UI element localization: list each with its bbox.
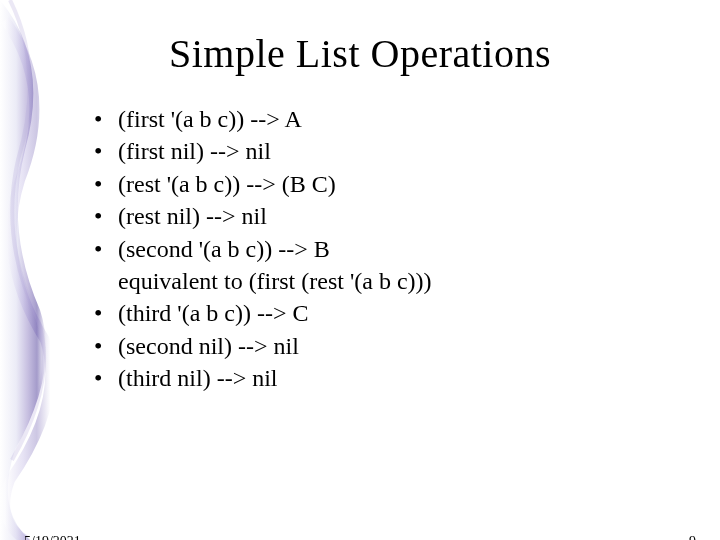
slide-content: (first '(a b c)) --> A (first nil) --> n… <box>90 103 680 395</box>
footer: 5/19/2021 9 <box>24 534 696 540</box>
list-item-text: (rest '(a b c)) --> (B C) <box>118 171 336 197</box>
list-item-subtext: equivalent to (first (rest '(a b c))) <box>118 265 680 297</box>
footer-date: 5/19/2021 <box>24 534 81 540</box>
footer-page-number: 9 <box>689 534 696 540</box>
list-item: (second '(a b c)) --> B equivalent to (f… <box>90 233 680 298</box>
list-item-text: (first '(a b c)) --> A <box>118 106 302 132</box>
list-item-text: (second '(a b c)) --> B <box>118 236 330 262</box>
list-item: (rest nil) --> nil <box>90 200 680 232</box>
slide-title: Simple List Operations <box>0 30 720 77</box>
slide: Simple List Operations (first '(a b c)) … <box>0 30 720 540</box>
list-item-text: (third nil) --> nil <box>118 365 278 391</box>
list-item-text: (second nil) --> nil <box>118 333 299 359</box>
list-item: (third nil) --> nil <box>90 362 680 394</box>
list-item: (third '(a b c)) --> C <box>90 297 680 329</box>
list-item-text: (first nil) --> nil <box>118 138 271 164</box>
list-item-text: (third '(a b c)) --> C <box>118 300 308 326</box>
list-item: (second nil) --> nil <box>90 330 680 362</box>
list-item: (first nil) --> nil <box>90 135 680 167</box>
list-item: (rest '(a b c)) --> (B C) <box>90 168 680 200</box>
list-item: (first '(a b c)) --> A <box>90 103 680 135</box>
bullet-list: (first '(a b c)) --> A (first nil) --> n… <box>90 103 680 395</box>
list-item-text: (rest nil) --> nil <box>118 203 267 229</box>
